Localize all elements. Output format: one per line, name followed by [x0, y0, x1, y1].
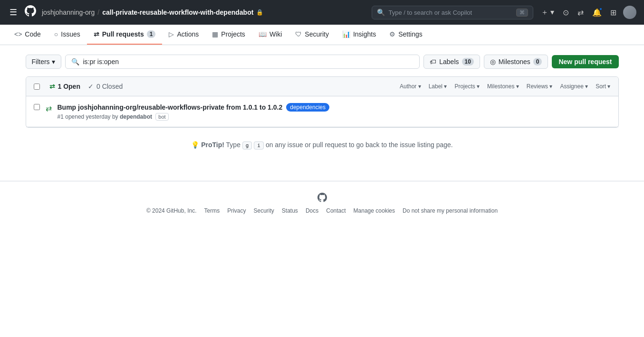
tab-pull-requests-label: Pull requests: [102, 30, 144, 38]
issues-icon-button[interactable]: ⊙: [561, 6, 571, 19]
tab-settings[interactable]: ⚙ Settings: [383, 25, 429, 45]
tab-wiki[interactable]: 📖 Wiki: [252, 25, 288, 45]
pr-content: Bump joshjohanning-org/reusable-workflow…: [58, 103, 611, 120]
breadcrumb: joshjohanning-org / call-private-reusabl…: [42, 9, 263, 16]
main-content: Filters ▾ 🔍 🏷 Labels 10 ◎ Milestones 0 N…: [18, 45, 626, 171]
issues-icon: ○: [54, 30, 58, 38]
notifications-button[interactable]: 🔔: [590, 6, 604, 19]
footer-links: © 2024 GitHub, Inc. Terms Privacy Securi…: [8, 207, 636, 214]
pr-item: ⇄ Bump joshjohanning-org/reusable-workfl…: [26, 96, 618, 127]
labels-text: Labels: [439, 58, 459, 66]
repo-nav: <> Code ○ Issues ⇄ Pull requests 1 ▷ Act…: [0, 25, 644, 45]
pull-requests-icon: ⇄: [94, 30, 99, 38]
pr-opened-text: opened yesterday by: [65, 113, 120, 120]
tab-code[interactable]: <> Code: [8, 25, 48, 45]
projects-icon: ▦: [212, 30, 218, 38]
new-pull-request-button[interactable]: New pull request: [552, 55, 618, 68]
label-filter[interactable]: Label ▾: [429, 83, 447, 90]
wiki-icon: 📖: [259, 30, 267, 38]
pr-list-header-right: Author ▾ Label ▾ Projects ▾ Milestones ▾…: [400, 83, 611, 90]
repo-link[interactable]: call-private-reusable-workflow-with-depe…: [102, 9, 253, 16]
footer-terms[interactable]: Terms: [204, 207, 220, 214]
footer-privacy[interactable]: Privacy: [227, 207, 246, 214]
projects-filter[interactable]: Projects ▾: [454, 83, 480, 90]
footer-docs[interactable]: Docs: [306, 207, 318, 214]
search-icon: 🔍: [377, 9, 385, 16]
open-prs-button[interactable]: ⇄ 1 Open: [49, 83, 80, 90]
dependencies-label-badge[interactable]: dependencies: [286, 103, 329, 112]
github-logo-icon: [25, 5, 36, 19]
search-kbd: ⌘: [516, 9, 528, 17]
footer-logo: [317, 193, 327, 204]
tab-actions-label: Actions: [177, 30, 199, 38]
search-filter-icon: 🔍: [71, 58, 79, 66]
labels-button[interactable]: 🏷 Labels 10: [423, 55, 480, 69]
filters-button[interactable]: Filters ▾: [26, 55, 61, 69]
tab-pull-requests[interactable]: ⇄ Pull requests 1: [87, 25, 163, 45]
footer-security[interactable]: Security: [253, 207, 274, 214]
tab-insights[interactable]: 📊 Insights: [336, 25, 383, 45]
milestones-button[interactable]: ◎ Milestones 0: [484, 55, 548, 69]
search-placeholder[interactable]: Type / to search or ask Copilot: [389, 9, 512, 16]
lock-icon: 🔒: [256, 9, 263, 16]
pr-checkbox[interactable]: [34, 104, 40, 110]
protip-bold: ProTip!: [201, 141, 224, 149]
avatar[interactable]: [623, 6, 636, 19]
settings-icon: ⚙: [389, 30, 395, 38]
pr-number: #1: [58, 113, 64, 120]
pr-title-text: Bump joshjohanning-org/reusable-workflow…: [58, 103, 283, 111]
label-icon: 🏷: [430, 58, 436, 66]
protip-text1: Type: [226, 141, 242, 149]
pr-meta: #1 opened yesterday by dependabot bot: [58, 113, 611, 120]
footer-manage-cookies[interactable]: Manage cookies: [354, 207, 395, 214]
tab-issues[interactable]: ○ Issues: [48, 25, 87, 45]
bot-badge: bot: [155, 113, 168, 121]
select-all-checkbox[interactable]: [34, 84, 40, 90]
key-i: i: [254, 141, 264, 150]
pull-requests-icon-button[interactable]: ⇄: [576, 6, 586, 19]
pr-title-row: Bump joshjohanning-org/reusable-workflow…: [58, 103, 611, 112]
footer: © 2024 GitHub, Inc. Terms Privacy Securi…: [0, 181, 644, 225]
filter-bar: Filters ▾ 🔍 🏷 Labels 10 ◎ Milestones 0 N…: [26, 55, 619, 69]
labels-count: 10: [462, 58, 474, 66]
protip-text2: on any issue or pull request to go back …: [266, 141, 453, 149]
hamburger-button[interactable]: ☰: [8, 6, 19, 19]
pr-count-badge: 1: [147, 30, 156, 38]
footer-do-not-share[interactable]: Do not share my personal information: [403, 207, 498, 214]
search-bar: 🔍 Type / to search or ask Copilot ⌘: [372, 6, 533, 19]
breadcrumb-separator: /: [97, 9, 99, 16]
author-filter[interactable]: Author ▾: [400, 83, 421, 90]
footer-copyright: © 2024 GitHub, Inc.: [146, 207, 197, 214]
assignee-filter[interactable]: Assignee ▾: [560, 83, 588, 90]
notification-dot: [599, 7, 603, 11]
pr-title-link[interactable]: Bump joshjohanning-org/reusable-workflow…: [58, 103, 283, 111]
key-g: g: [242, 141, 252, 150]
closed-prs-button[interactable]: ✓ 0 Closed: [88, 83, 123, 90]
milestones-filter[interactable]: Milestones ▾: [487, 83, 519, 90]
tab-issues-label: Issues: [61, 30, 80, 38]
tab-security[interactable]: 🛡 Security: [288, 25, 336, 45]
org-link[interactable]: joshjohanning-org: [42, 9, 95, 16]
check-icon: ✓: [88, 83, 94, 90]
milestones-icon: ◎: [490, 58, 496, 66]
new-item-button[interactable]: ＋ ▾: [539, 6, 556, 19]
footer-status[interactable]: Status: [282, 207, 298, 214]
tab-wiki-label: Wiki: [269, 30, 282, 38]
protip-section: 💡 ProTip! Type g i on any issue or pull …: [26, 128, 619, 162]
tab-insights-label: Insights: [353, 30, 376, 38]
footer-contact[interactable]: Contact: [326, 207, 346, 214]
tab-security-label: Security: [305, 30, 329, 38]
tab-actions[interactable]: ▷ Actions: [162, 25, 205, 45]
insights-icon: 📊: [342, 30, 350, 38]
milestones-count: 0: [533, 58, 542, 66]
pr-list-header: ⇄ 1 Open ✓ 0 Closed Author ▾ Label ▾ Pro…: [26, 77, 618, 96]
extensions-button[interactable]: ⊞: [608, 6, 618, 19]
tab-settings-label: Settings: [398, 30, 423, 38]
actions-icon: ▷: [169, 30, 174, 38]
tab-projects-label: Projects: [221, 30, 245, 38]
search-filter-input[interactable]: [83, 58, 414, 66]
sort-filter[interactable]: Sort ▾: [596, 83, 610, 90]
tab-projects[interactable]: ▦ Projects: [205, 25, 252, 45]
reviews-filter[interactable]: Reviews ▾: [527, 83, 553, 90]
pr-author-link[interactable]: dependabot: [120, 113, 152, 120]
